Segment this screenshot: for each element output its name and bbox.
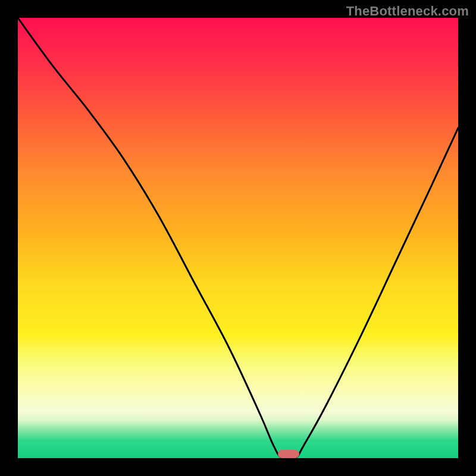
bottleneck-curve: [18, 18, 458, 458]
chart-plot-area: [18, 18, 458, 458]
watermark-text: TheBottleneck.com: [346, 4, 469, 19]
optimal-marker: [278, 450, 299, 458]
